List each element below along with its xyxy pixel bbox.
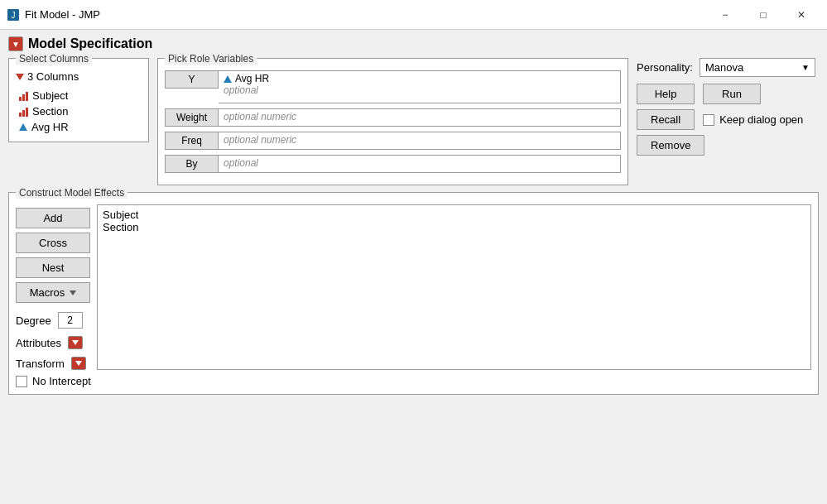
column-list: Subject Section Avg HR	[16, 88, 142, 135]
model-effects-label: Construct Model Effects	[16, 187, 127, 199]
add-button[interactable]: Add	[16, 208, 90, 228]
minimize-button[interactable]: −	[706, 0, 744, 30]
col-subject-label: Subject	[32, 89, 68, 102]
no-intercept-row: No Intercept	[16, 375, 811, 387]
role-freq-button[interactable]: Freq	[165, 132, 219, 150]
role-weight-field[interactable]: optional numeric	[219, 108, 621, 127]
tri-icon-avg-hr	[19, 123, 27, 131]
keep-dialog-checkbox[interactable]	[703, 114, 714, 126]
transform-dropdown[interactable]	[71, 357, 86, 370]
column-avg-hr[interactable]: Avg HR	[16, 119, 142, 135]
role-variables-panel: Pick Role Variables Y Avg HR optional We…	[157, 58, 628, 185]
role-row-y: Y Avg HR optional	[165, 70, 621, 103]
role-by-button[interactable]: By	[165, 155, 219, 173]
column-section[interactable]: Section	[16, 103, 142, 119]
collapse-button[interactable]: ▼	[8, 36, 23, 51]
role-freq-field[interactable]: optional numeric	[219, 132, 621, 150]
role-y-placeholder: optional	[224, 84, 615, 96]
select-columns-panel: Select Columns 3 Columns Subject	[8, 58, 149, 142]
role-y-button[interactable]: Y	[165, 70, 219, 89]
degree-label: Degree	[16, 314, 51, 327]
titlebar: J Fit Model - JMP − □ ✕	[0, 0, 827, 30]
role-row-weight: Weight optional numeric	[165, 108, 621, 127]
effects-buttons: Add Cross Nest Macros Degree Attributes	[16, 204, 97, 370]
bar-icon-section	[19, 107, 28, 117]
columns-count: 3 Columns	[27, 70, 79, 83]
personality-dropdown[interactable]: Manova ▼	[700, 58, 815, 77]
role-freq-placeholder: optional numeric	[224, 134, 615, 146]
transform-arrow	[75, 361, 82, 366]
help-run-row: Help Run	[637, 84, 819, 104]
col-section-label: Section	[32, 105, 68, 118]
degree-input[interactable]	[58, 312, 83, 329]
degree-row: Degree	[16, 312, 90, 329]
no-intercept-label: No Intercept	[32, 375, 91, 387]
bar-icon-subject	[19, 91, 28, 101]
attributes-row: Attributes	[16, 336, 90, 349]
window-title: Fit Model - JMP	[25, 8, 706, 21]
role-by-placeholder: optional	[224, 157, 615, 169]
macros-button[interactable]: Macros	[16, 282, 90, 303]
macros-label: Macros	[30, 286, 65, 299]
expand-columns-icon[interactable]	[16, 74, 24, 80]
role-by-field[interactable]: optional	[219, 155, 621, 173]
personality-label: Personality:	[637, 61, 693, 74]
role-y-field[interactable]: Avg HR optional	[219, 70, 621, 103]
tri-icon-y	[224, 75, 232, 83]
personality-panel: Personality: Manova ▼ Help Run Recall Ke…	[637, 58, 819, 156]
help-button[interactable]: Help	[637, 84, 695, 104]
svg-text:J: J	[12, 11, 16, 20]
layout-row: Select Columns 3 Columns Subject	[8, 58, 819, 185]
col-avg-hr-label: Avg HR	[31, 121, 69, 133]
effect-subject[interactable]: Subject	[103, 209, 805, 221]
collapse-arrow: ▼	[12, 40, 20, 49]
no-intercept-checkbox[interactable]	[16, 376, 27, 387]
effects-list[interactable]: Subject Section	[97, 204, 811, 370]
remove-row: Remove	[637, 135, 819, 156]
run-button[interactable]: Run	[703, 84, 761, 104]
role-row-freq: Freq optional numeric	[165, 132, 621, 150]
role-weight-placeholder: optional numeric	[224, 111, 615, 122]
app-icon: J	[7, 8, 20, 22]
keep-dialog-row: Keep dialog open	[703, 113, 803, 126]
role-y-value: Avg HR	[224, 73, 615, 84]
keep-dialog-label: Keep dialog open	[719, 113, 803, 126]
window-controls: − □ ✕	[706, 0, 820, 30]
select-columns-label: Select Columns	[16, 53, 92, 65]
model-spec-title: Model Specification	[28, 36, 152, 51]
columns-header: 3 Columns	[16, 70, 142, 83]
column-subject[interactable]: Subject	[16, 88, 142, 103]
macros-arrow	[70, 290, 76, 295]
recall-button[interactable]: Recall	[637, 109, 695, 130]
recall-row: Recall Keep dialog open	[637, 109, 819, 130]
role-y-value-text: Avg HR	[235, 73, 269, 84]
effects-inner: Add Cross Nest Macros Degree Attributes	[16, 204, 811, 370]
role-weight-button[interactable]: Weight	[165, 108, 219, 127]
transform-label: Transform	[16, 358, 65, 370]
remove-button[interactable]: Remove	[637, 135, 704, 156]
effect-section[interactable]: Section	[103, 221, 805, 233]
role-variables-label: Pick Role Variables	[165, 53, 257, 65]
nest-button[interactable]: Nest	[16, 257, 90, 278]
main-content: ▼ Model Specification Select Columns 3 C…	[0, 30, 827, 401]
attributes-dropdown[interactable]	[68, 336, 83, 349]
transform-row: Transform	[16, 357, 90, 370]
attributes-arrow	[72, 340, 79, 345]
model-spec-header: ▼ Model Specification	[8, 36, 819, 51]
personality-arrow: ▼	[801, 63, 810, 72]
close-button[interactable]: ✕	[782, 0, 820, 30]
cross-button[interactable]: Cross	[16, 233, 90, 253]
personality-value: Manova	[705, 61, 743, 74]
role-row-by: By optional	[165, 155, 621, 173]
model-effects-panel: Construct Model Effects Add Cross Nest M…	[8, 192, 819, 395]
maximize-button[interactable]: □	[744, 0, 782, 30]
attributes-label: Attributes	[16, 337, 61, 349]
